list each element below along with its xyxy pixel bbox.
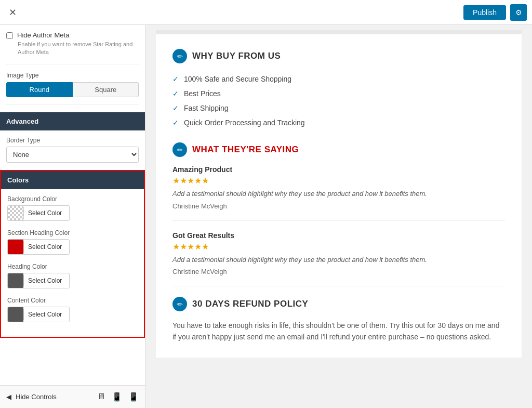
testimonial-2: Got Great Results ★★★★★ Add a testimonia… (172, 231, 505, 287)
testimonial-2-stars: ★★★★★ (172, 242, 505, 252)
refund-text: You have to take enough risks in life, t… (172, 320, 505, 343)
refund-title: 30 DAYS REFUND POLICY (192, 299, 308, 309)
heading-select-label: Select Color (23, 275, 66, 286)
tablet-icon[interactable]: 📱 (112, 392, 122, 402)
mobile-icon[interactable]: 📱 (128, 392, 139, 402)
section-heading-color-label: Section Heading Color (7, 229, 138, 236)
benefit-list: ✓ 100% Safe and Secure Shopping ✓ Best P… (172, 72, 505, 130)
view-icons: 🖥 📱 📱 (97, 392, 139, 402)
advanced-section: Advanced Border Type None Solid Dashed D… (6, 112, 139, 338)
check-icon: ✓ (172, 104, 179, 112)
testimonial-2-text: Add a testimonial should highlight why t… (172, 255, 505, 265)
testimonial-1-title: Amazing Product (172, 165, 505, 174)
chevron-left-icon: ◀ (6, 393, 11, 401)
why-buy-title: WHY BUY FROM US (192, 51, 281, 61)
testimonials-title: WHAT THEY'RE SAYING (192, 144, 299, 155)
hide-author-checkbox[interactable] (6, 32, 13, 39)
advanced-header: Advanced (0, 112, 145, 130)
list-item: ✓ 100% Safe and Secure Shopping (172, 72, 505, 86)
testimonial-1-text: Add a testimonial should highlight why t… (172, 189, 505, 199)
hide-author-label[interactable]: Hide Author Meta (6, 31, 139, 39)
image-type-label: Image Type (6, 72, 139, 79)
heading-color-label: Heading Color (7, 263, 138, 270)
testimonials-icon: ✏ (172, 142, 187, 157)
image-type-toggle-group: Round Square (6, 82, 139, 97)
why-buy-icon: ✏ (172, 49, 187, 63)
background-color-field: Background Color Select Color (7, 195, 138, 221)
colors-header: Colors (1, 171, 144, 189)
content-color-picker[interactable]: Select Color (7, 307, 70, 322)
hide-controls-bar[interactable]: ◀ Hide Controls 🖥 📱 📱 (0, 385, 145, 408)
border-type-label: Border Type (6, 137, 139, 144)
section-heading-color-field: Section Heading Color Select Color (7, 229, 138, 255)
top-gray-bar (156, 30, 522, 34)
publish-button[interactable]: Publish (463, 5, 506, 20)
border-type-section: Border Type None Solid Dashed Dotted (6, 137, 139, 163)
right-panel: ✏ WHY BUY FROM US ✓ 100% Safe and Secure… (145, 25, 532, 408)
testimonials-section-header: ✏ WHAT THEY'RE SAYING (172, 142, 505, 157)
hide-author-section: Hide Author Meta Enable if you want to r… (6, 31, 139, 64)
content-color-swatch (8, 307, 23, 322)
main-layout: Hide Author Meta Enable if you want to r… (0, 25, 532, 408)
testimonial-2-title: Got Great Results (172, 231, 505, 240)
left-panel: Hide Author Meta Enable if you want to r… (0, 25, 145, 408)
background-color-label: Background Color (7, 195, 138, 203)
heading-color-picker[interactable]: Select Color (7, 273, 70, 288)
testimonial-1: Amazing Product ★★★★★ Add a testimonial … (172, 165, 505, 221)
round-button[interactable]: Round (6, 82, 73, 97)
check-icon: ✓ (172, 75, 179, 83)
content-card: ✏ WHY BUY FROM US ✓ 100% Safe and Secure… (156, 34, 522, 358)
colors-section: Colors Background Color Select Color Sec… (0, 170, 145, 338)
list-item: ✓ Best Prices (172, 86, 505, 101)
content-color-label: Content Color (7, 297, 138, 304)
refund-section-header: ✏ 30 DAYS REFUND POLICY (172, 297, 505, 311)
refund-icon: ✏ (172, 297, 187, 311)
testimonial-2-author: Christine McVeigh (172, 268, 505, 275)
close-button[interactable]: ✕ (5, 5, 20, 20)
content-select-label: Select Color (23, 309, 66, 320)
panel-scroll: Hide Author Meta Enable if you want to r… (0, 25, 145, 385)
content-color-field: Content Color Select Color (7, 297, 138, 322)
heading-color-field: Heading Color Select Color (7, 263, 138, 288)
heading-color-swatch (8, 273, 23, 288)
background-color-swatch (8, 206, 23, 220)
list-item: ✓ Fast Shipping (172, 101, 505, 115)
why-buy-section-header: ✏ WHY BUY FROM US (172, 49, 505, 63)
section-heading-color-swatch (8, 240, 23, 254)
hide-author-description: Enable if you want to remove Star Rating… (18, 41, 139, 57)
testimonial-1-author: Christine McVeigh (172, 202, 505, 210)
section-heading-select-label: Select Color (23, 241, 66, 253)
hide-controls-label: Hide Controls (16, 393, 57, 401)
testimonial-1-stars: ★★★★★ (172, 176, 505, 186)
background-color-picker[interactable]: Select Color (7, 205, 70, 221)
hide-author-text: Hide Author Meta (17, 31, 69, 39)
border-type-select[interactable]: None Solid Dashed Dotted (6, 147, 139, 163)
square-button[interactable]: Square (73, 82, 139, 97)
background-select-color-label: Select Color (23, 207, 66, 219)
check-icon: ✓ (172, 89, 179, 98)
list-item: ✓ Quick Order Processing and Tracking (172, 115, 505, 130)
desktop-icon[interactable]: 🖥 (97, 392, 105, 402)
settings-button[interactable]: ⚙ (510, 4, 527, 21)
image-type-section: Image Type Round Square (6, 72, 139, 105)
section-heading-color-picker[interactable]: Select Color (7, 239, 70, 255)
check-icon: ✓ (172, 119, 179, 127)
topbar: ✕ Publish ⚙ (0, 0, 532, 25)
